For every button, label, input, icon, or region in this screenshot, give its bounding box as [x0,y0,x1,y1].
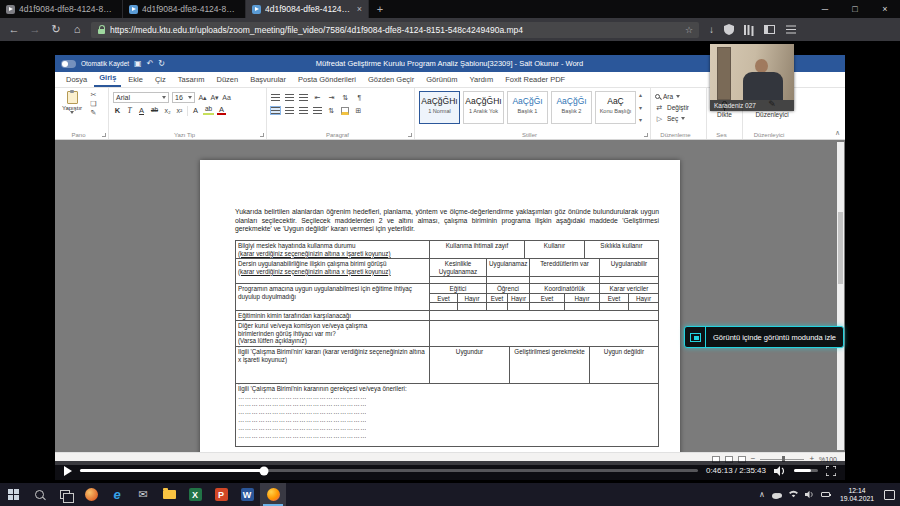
table-row: Diğer kurul ve/veya komisyon ve/veya çal… [236,321,658,347]
taskbar-app-word[interactable]: W [234,483,260,506]
menu-icon[interactable] [786,29,796,31]
wifi-icon[interactable] [789,490,798,499]
back-icon[interactable]: ← [7,24,21,35]
url-bar[interactable]: https://medu.ktu.edu.tr/uploads/zoom_mee… [91,22,699,38]
doc-intro-paragraph: Yukarıda belirtilen alanlardan öğrenim h… [235,208,659,234]
align-left-icon [271,107,280,114]
taskbar-app-chrome[interactable] [78,483,104,506]
volume-slider[interactable] [794,469,818,472]
dotted-line: …………………………………………………………………………………………………………… [238,408,366,416]
table-cell: Evet [487,294,508,302]
taskbar-app-firefox-active[interactable] [260,483,286,506]
table-row: Dersin uygulanabilirliğine ilişkin çalış… [236,259,658,284]
dotted-line: …………………………………………………………………………………………………………… [238,432,366,440]
action-center-icon[interactable] [884,490,895,500]
home-icon[interactable]: ⌂ [70,24,84,35]
window-maximize-button[interactable]: □ [840,0,870,18]
shield-icon[interactable] [724,24,734,35]
start-button[interactable] [0,483,26,506]
group-label-clipboard: Pano [55,132,102,138]
volume-icon[interactable] [774,466,786,476]
cell-text: Diğer kurul ve/veya komisyon ve/veya çal… [238,322,427,330]
taskbar-app-excel[interactable]: X [182,483,208,506]
downloads-icon[interactable]: ↓ [709,25,714,35]
grow-font-icon: A▴ [198,94,207,101]
video-time: 0:46:13 / 2:35:43 [706,466,766,475]
browser-tab-1[interactable]: 4d1f9084-dfe8-4124-8151-548c... [0,0,123,18]
table-cell: Öğrenci [487,284,530,293]
excel-icon: X [189,488,202,501]
caret-icon [681,117,685,120]
pip-toggle-button[interactable]: Görüntü içinde görüntü modunda izle [684,326,844,348]
window-minimize-button[interactable]: ─ [810,0,840,18]
lock-icon [97,25,105,34]
progress-fill [80,469,264,472]
taskbar-clock[interactable]: 12:14 19.04.2021 [837,487,877,503]
forward-icon[interactable]: → [28,24,42,35]
participant-name: Karadeniz 027 [710,100,794,111]
tab-title: 4d1f9084-dfe8-4124-8151-548c... [265,4,351,14]
increase-indent-icon: ⇥ [327,94,336,101]
cell-text: (Varsa lütfen açıklayınız) [238,337,427,345]
reload-icon[interactable]: ↻ [49,24,63,35]
table-cell: Geliştirilmesi gerekmekte [510,347,590,383]
dotted-line: …………………………………………………………………………………………………………… [238,424,366,432]
tab-favicon [6,5,15,14]
firefox-icon [267,488,280,501]
play-button[interactable] [64,466,72,476]
mail-icon: ✉ [138,489,147,500]
ribbon-group-styles: AaÇğĞHı 1 Normal AaÇğĞHı 1 Aralık Yok Aa… [415,88,651,139]
tray-chevron-icon[interactable]: ∧ [759,491,765,499]
ribbon-tab-foxit: Foxit Reader PDF [500,73,570,87]
window-close-button[interactable]: × [870,0,900,18]
fullscreen-icon[interactable] [826,466,836,476]
sidebar-icon[interactable] [764,25,775,34]
style-name: 1 Normal [420,108,459,114]
browser-tab-2[interactable]: 4d1f9084-dfe8-4124-8151-548c... [123,0,246,18]
progress-thumb[interactable] [259,466,268,475]
taskbar-app-edge[interactable]: e [104,483,130,506]
onedrive-icon[interactable] [772,491,782,499]
tab-close-icon[interactable]: × [355,4,362,14]
taskbar-app-explorer[interactable] [156,483,182,506]
battery-icon[interactable] [821,492,830,497]
font-name-combo: Arial [113,92,169,103]
video-player[interactable]: Otomatik Kaydet ▣ ↶ ↻ Müfredat Geliştirm… [0,41,900,483]
person-body [743,72,783,100]
replace-icon: ⇄ [655,104,664,111]
powerpoint-icon: P [215,488,228,501]
task-view-button[interactable] [52,483,78,506]
task-view-icon [60,490,70,499]
table-cell [508,303,530,310]
ribbon-tab-giris: Giriş [94,71,121,87]
taskbar-app-powerpoint[interactable]: P [208,483,234,506]
dotted-line: …………………………………………………………………………………………………………… [238,416,366,424]
table-row: Programın amacına uygun uygulanabilmesi … [236,284,658,311]
taskbar-app-mail[interactable]: ✉ [130,483,156,506]
pilcrow-icon: ¶ [355,94,364,101]
style-name: 1 Aralık Yok [464,108,503,114]
bookmark-star-icon[interactable]: ☆ [685,25,693,35]
ribbon-tab-duzen: Düzen [211,73,243,87]
new-tab-button[interactable]: + [369,0,391,18]
autosave-toggle [61,60,76,68]
table-cell [430,277,487,282]
video-progress-bar[interactable] [80,469,698,472]
clipboard-icon [67,91,78,104]
table-cell: Dersin uygulanabilirliğine ilişkin çalış… [236,259,430,283]
find-label: Ara [663,93,673,100]
table-row: İlgili 'Çalışma Birimi'nin' kararı (kara… [236,347,658,384]
desktop: 4d1f9084-dfe8-4124-8151-548c... 4d1f9084… [0,0,900,506]
search-button[interactable] [26,483,52,506]
pip-icon [690,333,701,342]
autosave-label: Otomatik Kaydet [81,60,129,67]
library-icon[interactable] [744,25,746,35]
speaker-icon[interactable] [805,490,814,499]
table-subrow [430,302,658,310]
group-label-paragraph: Paragraf [267,132,408,138]
table-subrow: Kesinlikle Uygulanamaz Uygulanamaz Tered… [430,259,658,277]
table-cell: Koordinatörlük [530,284,600,293]
browser-tab-3-active[interactable]: 4d1f9084-dfe8-4124-8151-548c... × [246,0,369,18]
numbering-icon [285,94,294,101]
tab-favicon [252,5,261,14]
